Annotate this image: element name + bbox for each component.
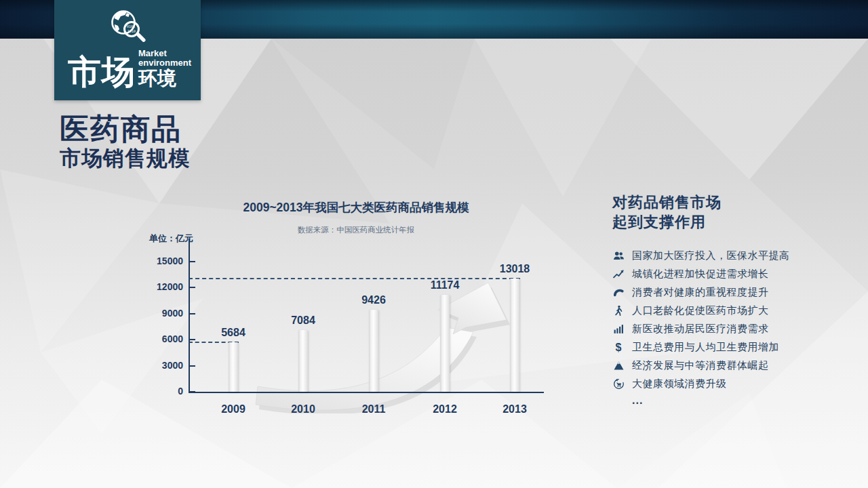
badge-cn-sub: 环境 <box>138 69 191 88</box>
page-title-line2: 市场销售规模 <box>60 146 190 171</box>
svg-text:1010: 1010 <box>127 29 136 33</box>
mountain-icon <box>612 360 625 372</box>
list-item: 人口老龄化促使医药市场扩大 <box>612 302 843 320</box>
bar-year-label: 2011 <box>343 403 404 415</box>
section-badge: 0101 1010 市场 Market environment 环境 <box>54 0 201 100</box>
bar-value-label: 13018 <box>484 263 545 275</box>
support-list: 国家加大医疗投入，医保水平提高 城镇化进程加快促进需求增长 消费者对健康的重视程… <box>612 247 843 407</box>
list-item-text: 消费者对健康的重视程度提升 <box>632 286 769 299</box>
cart-cycle-icon <box>612 378 625 390</box>
x-axis-line <box>189 392 544 393</box>
page-title: 医药商品 市场销售规模 <box>60 113 190 171</box>
list-item: 新医改推动居民医疗消费需求 <box>612 320 843 338</box>
y-tick-label: 6000 <box>146 333 183 344</box>
bar-year-label: 2012 <box>414 403 475 415</box>
bar-year-label: 2013 <box>484 403 545 415</box>
users-icon <box>612 250 625 262</box>
list-item-text: 新医改推动居民医疗消费需求 <box>632 323 769 336</box>
dollar-icon: $ <box>612 342 625 354</box>
bar-value-label: 5684 <box>203 327 264 339</box>
bar <box>229 342 238 392</box>
bar-value-label: 7084 <box>273 314 334 327</box>
trend-up-icon <box>612 268 625 281</box>
sales-bar-chart: 2009~2013年我国七大类医药商品销售规模 数据来源：中国医药商业统计年报 … <box>146 198 553 428</box>
swoosh-icon <box>612 287 625 299</box>
list-item-text: 卫生总费用与人均卫生费用增加 <box>632 341 779 354</box>
y-tick-mark <box>189 365 195 367</box>
support-panel: 对药品销售市场 起到支撑作用 国家加大医疗投入，医保水平提高 城镇化进程加快促进… <box>612 192 843 407</box>
list-item-text: 城镇化进程加快促进需求增长 <box>632 268 769 281</box>
bar-chart-icon <box>612 323 625 336</box>
y-tick-mark <box>189 261 195 262</box>
y-tick-mark <box>189 391 195 392</box>
bar <box>440 295 450 392</box>
badge-cn-main: 市场 <box>68 56 136 89</box>
chart-plot: 单位：亿元 030006000 <box>146 234 553 427</box>
y-tick-label: 0 <box>146 386 183 396</box>
list-item-text: 大健康领域消费升级 <box>632 378 727 390</box>
list-item-text: 经济发展与中等消费群体崛起 <box>632 359 769 372</box>
bar-value-label: 11174 <box>414 279 475 291</box>
y-tick-mark <box>189 287 195 288</box>
list-item: $ 卫生总费用与人均卫生费用增加 <box>612 338 843 357</box>
list-item: 经济发展与中等消费群体崛起 <box>612 357 843 375</box>
badge-en-line2: environment <box>138 58 191 68</box>
y-tick-label: 3000 <box>146 360 183 371</box>
page-title-line1: 医药商品 <box>60 113 190 146</box>
bar <box>510 279 519 392</box>
y-tick-label: 12000 <box>146 281 183 292</box>
bar-value-label: 9426 <box>343 294 404 306</box>
y-tick-mark <box>189 339 195 340</box>
bar-year-label: 2010 <box>273 403 334 415</box>
y-tick-label: 15000 <box>146 256 183 266</box>
list-item: 消费者对健康的重视程度提升 <box>612 283 843 302</box>
badge-en-line1: Market <box>138 49 191 58</box>
list-item-text: 人口老龄化促使医药市场扩大 <box>632 304 769 317</box>
support-heading-line1: 对药品销售市场 <box>612 192 843 212</box>
svg-text:0101: 0101 <box>127 24 135 28</box>
more-ellipsis: ... <box>612 394 843 407</box>
bar <box>369 310 378 392</box>
list-item: 大健康领域消费升级 <box>612 375 843 393</box>
list-item: 国家加大医疗投入，医保水平提高 <box>612 247 843 265</box>
bar <box>298 330 308 392</box>
support-heading-line2: 起到支撑作用 <box>612 212 843 232</box>
list-item: 城镇化进程加快促进需求增长 <box>612 265 843 283</box>
support-heading: 对药品销售市场 起到支撑作用 <box>612 192 843 232</box>
y-axis-unit-label: 单位：亿元 <box>149 232 193 245</box>
walking-person-icon <box>612 305 625 317</box>
y-tick-mark <box>189 313 195 314</box>
globe-magnifier-icon: 0101 1010 <box>106 7 151 49</box>
y-tick-label: 9000 <box>146 308 183 319</box>
chart-title: 2009~2013年我国七大类医药商品销售规模 <box>146 199 553 216</box>
bar-year-label: 2009 <box>203 403 264 415</box>
list-item-text: 国家加大医疗投入，医保水平提高 <box>632 249 790 262</box>
slide: 0101 1010 市场 Market environment 环境 医药商品 … <box>0 0 868 488</box>
